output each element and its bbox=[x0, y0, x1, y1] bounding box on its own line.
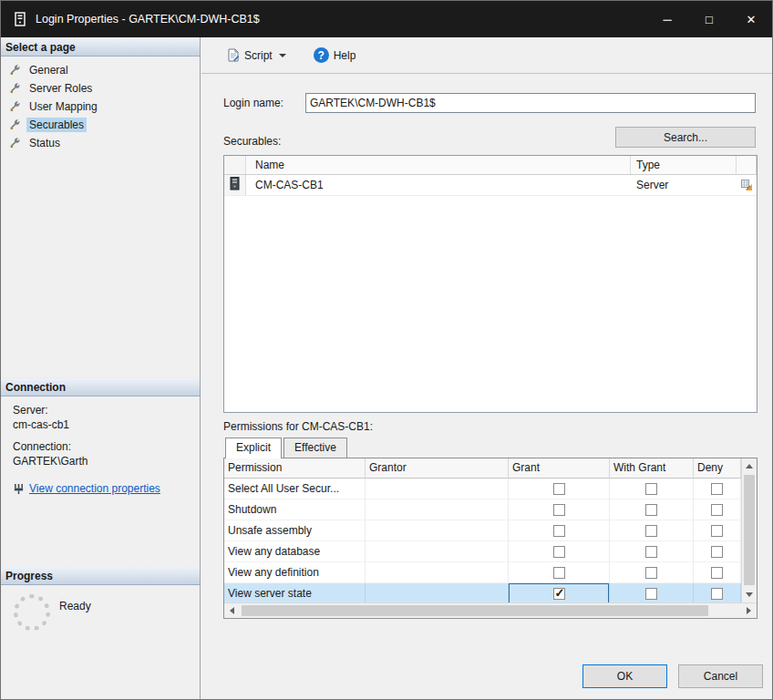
with-grant-cell[interactable] bbox=[610, 562, 694, 583]
grant-checkbox[interactable] bbox=[553, 504, 565, 516]
permission-name-cell[interactable]: Shutdown bbox=[224, 499, 366, 520]
securable-grid-arrow-icon[interactable] bbox=[737, 180, 757, 191]
ok-button[interactable]: OK bbox=[582, 664, 667, 688]
with-grant-cell[interactable] bbox=[610, 520, 694, 541]
permission-row[interactable]: View any database bbox=[224, 541, 741, 562]
permission-name-cell[interactable]: View any database bbox=[224, 541, 366, 562]
deny-checkbox[interactable] bbox=[711, 525, 723, 537]
permission-column-header[interactable]: Permission bbox=[224, 458, 366, 479]
connection-label: Connection: bbox=[13, 439, 191, 454]
deny-cell[interactable] bbox=[694, 562, 741, 583]
deny-checkbox[interactable] bbox=[711, 504, 723, 516]
tab-effective[interactable]: Effective bbox=[283, 438, 347, 458]
deny-cell[interactable] bbox=[694, 499, 741, 520]
permission-name-cell[interactable]: Unsafe assembly bbox=[224, 520, 366, 541]
grantor-cell[interactable] bbox=[366, 520, 509, 541]
grant-checkbox[interactable] bbox=[553, 483, 565, 495]
deny-checkbox[interactable] bbox=[711, 588, 723, 600]
sidebar-item-label: Server Roles bbox=[26, 81, 95, 96]
grant-checkbox[interactable] bbox=[553, 588, 565, 600]
scroll-down-icon[interactable] bbox=[742, 587, 757, 602]
permission-row[interactable]: Unsafe assembly bbox=[224, 520, 741, 541]
permission-row[interactable]: Select All User Secur... bbox=[224, 479, 741, 499]
sidebar-item-general[interactable]: General bbox=[1, 61, 200, 79]
scroll-up-icon[interactable] bbox=[742, 458, 757, 474]
wrench-icon bbox=[9, 119, 23, 131]
vertical-scrollbar[interactable] bbox=[741, 458, 757, 602]
search-button[interactable]: Search... bbox=[615, 127, 756, 148]
grantor-cell[interactable] bbox=[366, 541, 509, 562]
row-selector-cell[interactable] bbox=[224, 175, 246, 195]
grant-checkbox[interactable] bbox=[553, 546, 565, 558]
tab-explicit[interactable]: Explicit bbox=[225, 438, 282, 458]
scroll-right-icon[interactable] bbox=[741, 603, 757, 618]
maximize-icon[interactable]: □ bbox=[688, 1, 730, 37]
with-grant-checkbox[interactable] bbox=[645, 525, 657, 537]
with-grant-checkbox[interactable] bbox=[645, 483, 657, 495]
permission-row-selected[interactable]: View server state bbox=[224, 583, 741, 602]
securable-row[interactable]: CM-CAS-CB1 Server bbox=[224, 175, 757, 196]
sidebar-item-server-roles[interactable]: Server Roles bbox=[1, 79, 200, 98]
grant-checkbox[interactable] bbox=[553, 567, 565, 579]
with-grant-cell[interactable] bbox=[610, 583, 694, 602]
horizontal-scroll-track[interactable] bbox=[240, 604, 741, 617]
securable-name-cell[interactable]: CM-CAS-CB1 bbox=[246, 179, 631, 191]
deny-checkbox[interactable] bbox=[711, 546, 723, 558]
grant-cell[interactable] bbox=[509, 541, 610, 562]
deny-cell[interactable] bbox=[694, 541, 741, 562]
help-button[interactable]: ? Help bbox=[308, 44, 362, 67]
grantor-cell[interactable] bbox=[366, 479, 509, 499]
permissions-grid: Permission Grantor Grant With Grant Deny… bbox=[223, 458, 758, 619]
scroll-left-icon[interactable] bbox=[224, 603, 240, 618]
permission-row[interactable]: View any definition bbox=[224, 562, 741, 583]
cancel-button[interactable]: Cancel bbox=[678, 664, 763, 688]
vertical-scroll-thumb[interactable] bbox=[744, 475, 755, 585]
grant-cell[interactable] bbox=[509, 520, 610, 541]
grantor-cell[interactable] bbox=[366, 583, 509, 602]
window-title: Login Properties - GARTEK\CM-DWH-CB1$ bbox=[36, 13, 646, 26]
with-grant-checkbox[interactable] bbox=[645, 504, 657, 516]
grant-cell[interactable] bbox=[509, 562, 610, 583]
type-column-header[interactable]: Type bbox=[631, 156, 737, 174]
with-grant-cell[interactable] bbox=[610, 479, 694, 499]
deny-cell[interactable] bbox=[694, 583, 741, 602]
deny-checkbox[interactable] bbox=[711, 483, 723, 495]
script-button[interactable]: Script bbox=[222, 45, 292, 66]
grant-cell[interactable] bbox=[509, 583, 610, 602]
sidebar-item-securables[interactable]: Securables bbox=[1, 116, 200, 134]
grant-column-header[interactable]: Grant bbox=[509, 458, 610, 479]
with-grant-cell[interactable] bbox=[610, 541, 694, 562]
grant-checkbox[interactable] bbox=[553, 525, 565, 537]
securable-type-cell[interactable]: Server bbox=[631, 179, 737, 191]
horizontal-scroll-thumb[interactable] bbox=[242, 605, 708, 616]
grant-cell[interactable] bbox=[509, 499, 610, 520]
horizontal-scrollbar[interactable] bbox=[224, 602, 757, 618]
permission-row[interactable]: Shutdown bbox=[224, 499, 741, 520]
permission-name-cell[interactable]: View server state bbox=[224, 583, 366, 602]
with-grant-cell[interactable] bbox=[610, 499, 694, 520]
deny-cell[interactable] bbox=[694, 479, 741, 499]
login-name-input[interactable] bbox=[305, 93, 756, 113]
permission-name-cell[interactable]: View any definition bbox=[224, 562, 366, 583]
view-connection-properties-link[interactable]: View connection properties bbox=[29, 481, 160, 496]
grant-cell[interactable] bbox=[509, 479, 610, 499]
grantor-cell[interactable] bbox=[366, 499, 509, 520]
permission-name-cell[interactable]: Select All User Secur... bbox=[224, 479, 366, 499]
script-button-label: Script bbox=[244, 49, 273, 62]
name-column-header[interactable]: Name bbox=[246, 156, 631, 174]
sidebar-item-user-mapping[interactable]: User Mapping bbox=[1, 98, 200, 116]
progress-status: Ready bbox=[59, 600, 91, 612]
with-grant-checkbox[interactable] bbox=[645, 588, 657, 600]
grantor-cell[interactable] bbox=[366, 562, 509, 583]
vertical-scroll-track[interactable] bbox=[743, 474, 756, 587]
minimize-icon[interactable]: ─ bbox=[646, 1, 688, 37]
deny-cell[interactable] bbox=[694, 520, 741, 541]
deny-checkbox[interactable] bbox=[711, 567, 723, 579]
with-grant-checkbox[interactable] bbox=[645, 546, 657, 558]
sidebar-item-status[interactable]: Status bbox=[1, 134, 200, 152]
grantor-column-header[interactable]: Grantor bbox=[366, 458, 509, 479]
close-icon[interactable]: ✕ bbox=[730, 1, 772, 37]
with-grant-checkbox[interactable] bbox=[645, 567, 657, 579]
with-grant-column-header[interactable]: With Grant bbox=[610, 458, 694, 479]
deny-column-header[interactable]: Deny bbox=[694, 458, 741, 479]
